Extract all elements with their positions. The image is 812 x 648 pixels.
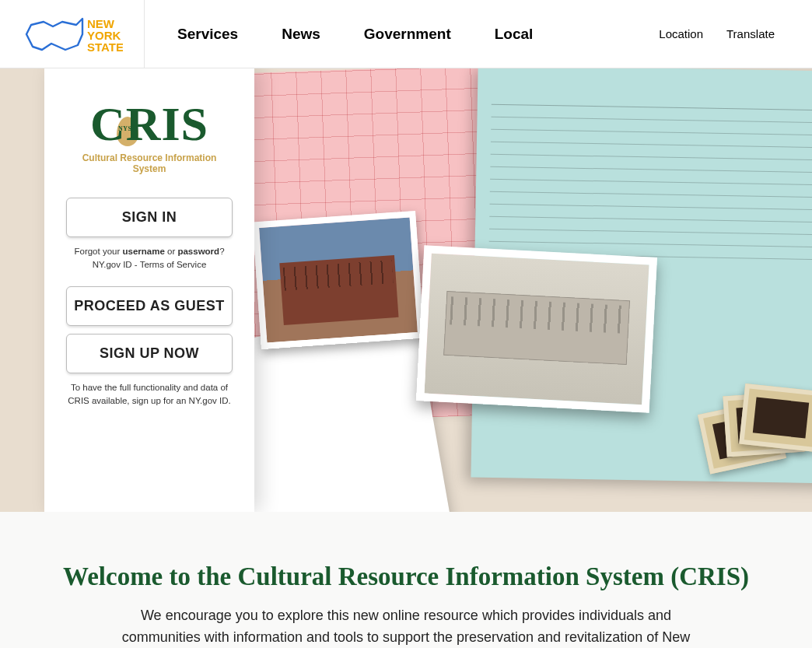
nav-news[interactable]: News — [282, 26, 320, 43]
topbar: NEW YORK STATE Services News Government … — [0, 0, 812, 68]
sign-up-now-button[interactable]: SIGN UP NOW — [66, 334, 233, 373]
welcome-heading: Welcome to the Cultural Resource Informa… — [47, 562, 765, 591]
sign-up-note: To have the full functionality and data … — [66, 381, 233, 408]
ny-state-outline-icon: NEW YORK STATE — [22, 11, 123, 58]
welcome-body: We encourage you to explore this new onl… — [110, 605, 702, 648]
collage-photo-brick-building — [253, 211, 425, 349]
hero: NYS CRIS Cultural Resource Information S… — [0, 68, 812, 512]
nygov-tos-link[interactable]: NY.gov ID - Terms of Service — [93, 260, 207, 269]
sign-in-button[interactable]: SIGN IN — [66, 198, 233, 237]
main-nav: Services News Government Local — [177, 26, 533, 43]
forgot-username-link[interactable]: username — [122, 247, 164, 256]
login-panel: NYS CRIS Cultural Resource Information S… — [44, 68, 254, 512]
ny-state-logo[interactable]: NEW YORK STATE — [0, 0, 145, 68]
nav-translate[interactable]: Translate — [726, 27, 775, 40]
collage-photo-historic-building — [416, 245, 657, 412]
util-nav: Location Translate — [659, 27, 775, 40]
cris-subtitle: Cultural Resource Information System — [66, 152, 233, 174]
cris-wordmark: NYS CRIS — [90, 100, 208, 148]
nav-local[interactable]: Local — [495, 26, 534, 43]
nav-location[interactable]: Location — [659, 27, 703, 40]
forgot-password-link[interactable]: password — [177, 247, 219, 256]
nav-services[interactable]: Services — [177, 26, 238, 43]
proceed-as-guest-button[interactable]: PROCEED AS GUEST — [66, 286, 233, 326]
welcome-section: Welcome to the Cultural Resource Informa… — [0, 512, 812, 648]
logo-text-state: STATE — [87, 40, 123, 54]
hero-collage — [202, 68, 812, 512]
cris-logo: NYS CRIS Cultural Resource Information S… — [66, 100, 233, 174]
cris-egg-text: NYS — [118, 126, 132, 132]
forgot-links: Forgot your username or password? NY.gov… — [66, 245, 233, 272]
nav-government[interactable]: Government — [364, 26, 451, 43]
collage-slides — [703, 387, 812, 489]
